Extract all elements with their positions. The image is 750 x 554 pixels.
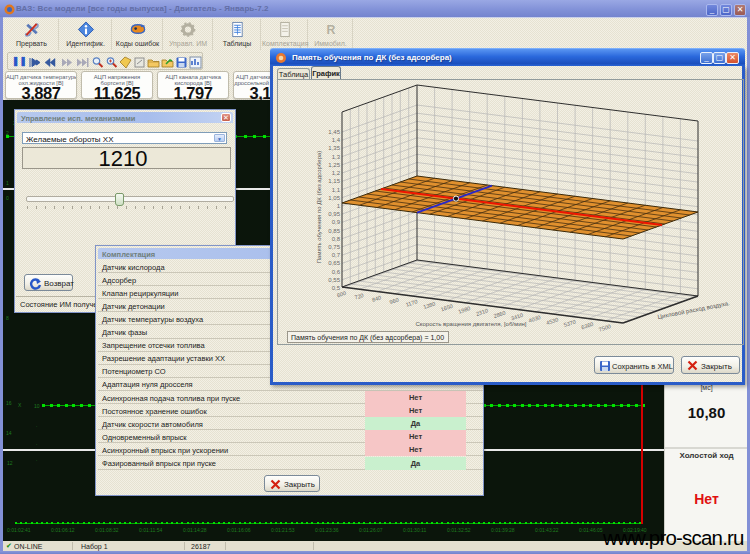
- svg-text:Память обучения по ДК (без адс: Память обучения по ДК (без адсорбера): [316, 151, 322, 264]
- svg-text:0,55: 0,55: [328, 277, 340, 283]
- svg-text:960: 960: [389, 297, 400, 306]
- svg-text:1650: 1650: [440, 303, 454, 312]
- svg-text:600: 600: [336, 290, 347, 299]
- svg-text:1,4: 1,4: [332, 137, 341, 143]
- svg-text:840: 840: [371, 294, 382, 303]
- svg-text:1,05: 1,05: [328, 195, 340, 201]
- svg-text:1,3: 1,3: [332, 154, 341, 160]
- svg-text:1,35: 1,35: [328, 145, 340, 151]
- svg-text:R: R: [326, 23, 335, 37]
- svg-text:7500: 7500: [598, 323, 612, 332]
- svg-text:2860: 2860: [493, 310, 507, 319]
- svg-text:Скорость вращения двигателя, [: Скорость вращения двигателя, [об/мин]: [416, 321, 527, 327]
- svg-text:0,85: 0,85: [328, 228, 340, 234]
- svg-text:3410: 3410: [510, 312, 524, 321]
- svg-text:0,6: 0,6: [332, 269, 341, 275]
- svg-text:0,8: 0,8: [332, 236, 341, 242]
- svg-text:4030: 4030: [528, 314, 542, 323]
- svg-text:0,9: 0,9: [332, 219, 341, 225]
- svg-text:1,25: 1,25: [328, 162, 340, 168]
- svg-text:1,2: 1,2: [332, 170, 341, 176]
- svg-text:4530: 4530: [545, 316, 559, 325]
- svg-text:2310: 2310: [475, 307, 489, 316]
- svg-text:1980: 1980: [458, 305, 472, 314]
- svg-text:1170: 1170: [405, 298, 418, 307]
- svg-text:1: 1: [337, 203, 341, 209]
- svg-text:1,45: 1,45: [328, 129, 340, 135]
- svg-text:0,65: 0,65: [328, 260, 340, 266]
- svg-text:Цикловой расход воздуха.: Цикловой расход воздуха.: [657, 300, 730, 320]
- svg-text:0,5: 0,5: [332, 285, 341, 291]
- svg-text:1380: 1380: [422, 301, 436, 310]
- svg-text:5370: 5370: [563, 319, 577, 328]
- svg-text:0,95: 0,95: [328, 211, 340, 217]
- svg-text:0,7: 0,7: [332, 252, 341, 258]
- svg-text:0,75: 0,75: [328, 244, 340, 250]
- svg-text:6360: 6360: [581, 321, 595, 330]
- svg-text:720: 720: [354, 292, 365, 301]
- svg-text:1,1: 1,1: [332, 187, 341, 193]
- svg-text:1,15: 1,15: [328, 178, 340, 184]
